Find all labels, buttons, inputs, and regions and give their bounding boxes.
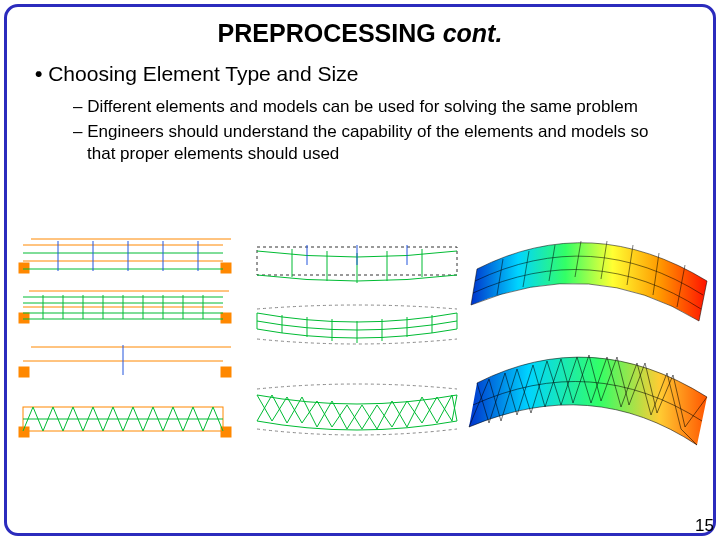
svg-rect-32 <box>221 367 231 377</box>
title-main: PREPROCESSING <box>218 19 443 47</box>
svg-rect-14 <box>19 313 29 323</box>
left-column-models <box>19 239 231 437</box>
slide-frame: PREPROCESSING cont. Choosing Element Typ… <box>4 4 716 536</box>
fem-diagrams <box>7 235 719 487</box>
sub1-text: Different elements and models can be use… <box>87 97 638 116</box>
bullet-level1: Choosing Element Type and Size <box>35 62 695 86</box>
svg-rect-15 <box>221 313 231 323</box>
bullet1-text: Choosing Element Type and Size <box>48 62 358 85</box>
svg-rect-31 <box>19 367 29 377</box>
figure-area <box>7 235 713 487</box>
page-number: 15 <box>695 516 714 536</box>
middle-column-models <box>257 245 457 435</box>
svg-rect-3 <box>19 263 29 273</box>
sub2-text: Engineers should understand the capabili… <box>87 122 649 162</box>
right-column-contours <box>469 241 707 445</box>
bullet-level2: Engineers should understand the capabili… <box>73 121 663 164</box>
bullet-level2: Different elements and models can be use… <box>73 96 663 117</box>
title-cont: cont. <box>443 19 503 47</box>
slide-title: PREPROCESSING cont. <box>25 19 695 48</box>
svg-rect-4 <box>221 263 231 273</box>
